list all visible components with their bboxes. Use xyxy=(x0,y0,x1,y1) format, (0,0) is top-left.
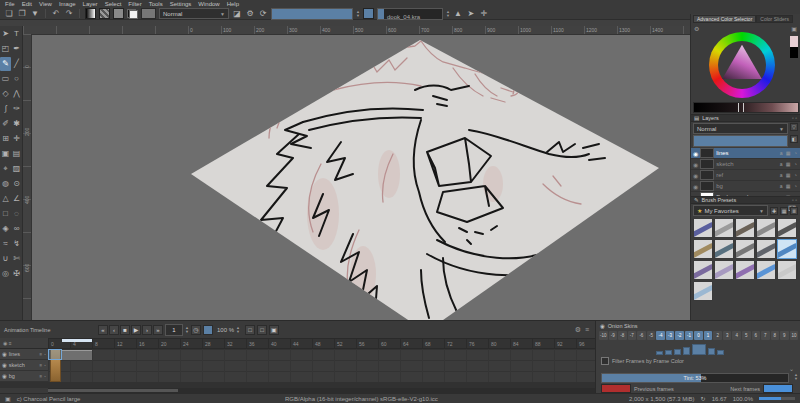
chevron-down-icon[interactable]: ⌄ xyxy=(789,365,794,372)
checkbox-icon[interactable] xyxy=(601,357,609,365)
size-spinner[interactable]: ▲▼ xyxy=(446,10,450,18)
rotation-value[interactable]: 16.67 xyxy=(712,396,727,402)
layer-opacity-slider[interactable]: Opacity: 100% xyxy=(693,135,788,147)
menu-view[interactable]: View xyxy=(39,1,52,7)
timeline-layer-row[interactable]: ◉bg≡ ◔ xyxy=(0,371,48,382)
onion-frame-3[interactable]: 3 xyxy=(723,331,732,340)
move-tool-icon[interactable]: ✛ xyxy=(11,132,22,146)
timeline-tab-label[interactable]: Animation Timeline xyxy=(4,327,96,333)
eye-icon[interactable]: ◉ xyxy=(2,373,7,379)
enclose-fill-tool-icon[interactable]: ⊙ xyxy=(11,177,22,191)
menu-filter[interactable]: Filter xyxy=(128,1,141,7)
opacity-slider[interactable]: Opacity: 100% xyxy=(271,8,353,20)
canvas[interactable] xyxy=(23,34,690,320)
scrollbar-thumb[interactable] xyxy=(48,389,178,392)
prev-frame-icon[interactable]: ‹ xyxy=(109,325,119,335)
onion-opacity-box[interactable] xyxy=(665,350,672,355)
docker-window-buttons[interactable]: ▫ ▫ xyxy=(792,197,797,203)
layer-row[interactable]: ◉linesa ▦ ◔ xyxy=(691,148,800,159)
skip-end-icon[interactable]: » xyxy=(153,325,163,335)
timeline-menu-icon[interactable]: ⚙ xyxy=(575,326,581,334)
new-document-icon[interactable]: ❏ xyxy=(4,9,14,19)
rotated-canvas-paper[interactable] xyxy=(191,40,659,320)
save-icon[interactable]: ▼ xyxy=(30,9,40,19)
gradient-tool-icon[interactable]: ▤ xyxy=(11,147,22,161)
undo-icon[interactable]: ↶ xyxy=(51,9,61,19)
select-shapes-tool-icon[interactable]: ➤ xyxy=(0,27,11,41)
layer-row[interactable]: ◉bga ▦ ◔ xyxy=(691,181,800,192)
previous-frames-color-button[interactable] xyxy=(601,384,631,393)
onion-frame--4[interactable]: -4 xyxy=(656,331,665,340)
next-frame-icon[interactable]: › xyxy=(142,325,152,335)
play-icon[interactable]: ▶ xyxy=(131,325,141,335)
brush-preset-tile[interactable] xyxy=(756,218,776,238)
current-fg-swatch[interactable] xyxy=(790,36,798,47)
fill-tool-icon[interactable]: ◍ xyxy=(0,177,11,191)
gear-icon[interactable]: ⚙ xyxy=(245,9,255,19)
crop-tool-icon[interactable]: ▣ xyxy=(0,147,11,161)
onion-frame-9[interactable]: 9 xyxy=(780,331,789,340)
brush-preset-tile[interactable] xyxy=(777,218,797,238)
timeline-layer-icons[interactable]: ≡ ◔ xyxy=(39,363,46,368)
clock-icon[interactable]: ◷ xyxy=(191,325,201,335)
freehand-select-tool-icon[interactable]: ∞ xyxy=(11,222,22,236)
menu-edit[interactable]: Edit xyxy=(22,1,32,7)
menu-file[interactable]: File xyxy=(5,1,15,7)
onion-frame-6[interactable]: 6 xyxy=(752,331,761,340)
timeline-layer-row[interactable]: ◉lines≡ ◔ xyxy=(0,349,48,360)
menu-settings[interactable]: Settings xyxy=(170,1,192,7)
brush-header-icon[interactable]: ✚ xyxy=(770,207,778,215)
filter-frames-checkbox[interactable]: Filter Frames by Frame Color xyxy=(601,357,684,365)
onion-frame--7[interactable]: -7 xyxy=(628,331,637,340)
timeline-menu-icon[interactable]: ≡ xyxy=(585,326,589,334)
onion-frame-8[interactable]: 8 xyxy=(771,331,780,340)
rectangular-select-tool-icon[interactable]: □ xyxy=(0,207,11,221)
menu-select[interactable]: Select xyxy=(105,1,122,7)
layer-property-icons[interactable]: a ▦ ◔ xyxy=(780,150,798,156)
brush-preset-tile[interactable] xyxy=(735,239,755,259)
eye-icon[interactable]: ◉ xyxy=(2,362,7,368)
brush-preset-tile[interactable] xyxy=(735,218,755,238)
selection-mode-icon[interactable]: ▣ xyxy=(5,395,11,402)
zoom-value[interactable]: 100.0% xyxy=(733,396,753,402)
brush-header-icon[interactable]: ▦ xyxy=(780,207,788,215)
assistants-tool-icon[interactable]: △ xyxy=(0,192,11,206)
selected-frame[interactable] xyxy=(48,349,62,360)
onion-frame-7[interactable]: 7 xyxy=(761,331,770,340)
timeline-option-icon[interactable]: ▣ xyxy=(269,325,279,335)
onion-frame--8[interactable]: -8 xyxy=(618,331,627,340)
magnetic-select-tool-icon[interactable]: ∪ xyxy=(0,252,11,266)
rectangle-tool-icon[interactable]: ▭ xyxy=(0,72,11,86)
tab-color-sliders[interactable]: Color Sliders xyxy=(756,15,793,23)
zoom-slider[interactable] xyxy=(759,397,795,400)
brush-preset-tile[interactable] xyxy=(735,260,755,280)
onion-frame--10[interactable]: -10 xyxy=(599,331,608,340)
zoom-tool-icon[interactable]: ◎ xyxy=(0,267,11,281)
layer-property-icons[interactable]: a ▦ ◔ xyxy=(780,172,798,178)
timeline-frame-ruler[interactable]: 0481216202428323640444852566064687276808… xyxy=(48,338,595,349)
dynamic-brush-tool-icon[interactable]: ✐ xyxy=(0,117,11,131)
line-tool-icon[interactable]: ╱ xyxy=(11,57,22,71)
size-preset-chip[interactable] xyxy=(363,8,374,19)
onion-frame--2[interactable]: -2 xyxy=(675,331,684,340)
polygon-tool-icon[interactable]: ◇ xyxy=(0,87,11,101)
wrap-around-icon[interactable]: ➤ xyxy=(466,9,476,19)
onion-frame--5[interactable]: -5 xyxy=(647,331,656,340)
color-sampler-tool-icon[interactable]: ⌖ xyxy=(0,162,11,176)
onion-frame-4[interactable]: 4 xyxy=(732,331,741,340)
multibrush-tool-icon[interactable]: ✱ xyxy=(11,117,22,131)
brush-header-icon[interactable]: ≣ xyxy=(790,207,798,215)
layer-blending-dropdown[interactable]: Normal ▼ xyxy=(693,123,788,134)
lightness-strip[interactable] xyxy=(693,102,799,113)
onion-opacity-box[interactable] xyxy=(692,344,706,355)
onion-opacity-box[interactable] xyxy=(717,350,724,355)
brush-preset-tile[interactable] xyxy=(693,239,713,259)
foreground-background-colors[interactable] xyxy=(127,9,138,19)
onion-frame--1[interactable]: -1 xyxy=(685,331,694,340)
mirror-icon[interactable]: ▲ xyxy=(453,9,463,19)
similar-color-select-tool-icon[interactable]: ≈ xyxy=(0,237,11,251)
tab-advanced-color-selector[interactable]: Advanced Color Selector xyxy=(693,15,756,23)
layer-row[interactable]: ◉sketcha ▦ ◔ xyxy=(691,159,800,170)
brush-preset-tile[interactable] xyxy=(777,239,797,259)
timeline-option-icon[interactable]: □ xyxy=(257,325,267,335)
